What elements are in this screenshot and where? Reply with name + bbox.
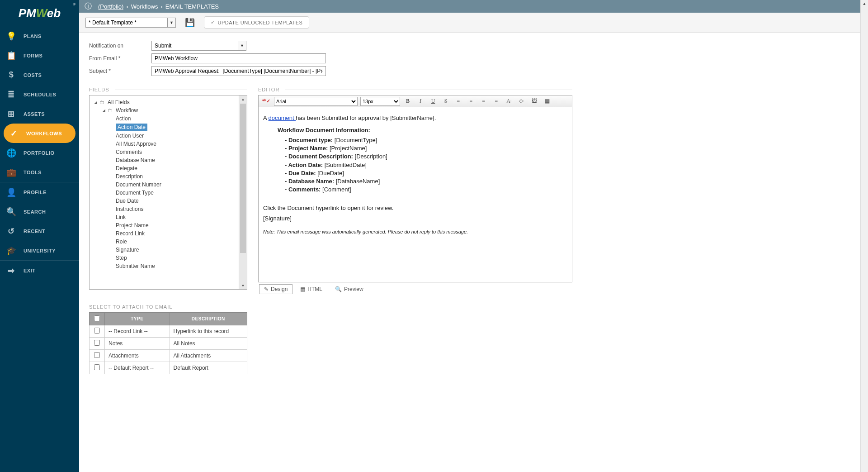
tree-item[interactable]: Delegate	[90, 164, 239, 172]
tree-item[interactable]: Instructions	[90, 205, 239, 213]
attach-type: Notes	[105, 338, 170, 350]
nav-icon: 🔍	[6, 207, 16, 217]
tree-item[interactable]: Record Link	[90, 229, 239, 238]
attach-select-all[interactable]	[94, 315, 100, 321]
scroll-up-icon[interactable]: ▲	[239, 95, 247, 103]
sidebar: PMWeb ® 💡PLANS📋FORMS$COSTS≣SCHEDULES⊞ASS…	[0, 0, 79, 472]
tree-item[interactable]: Role	[90, 238, 239, 246]
image-icon[interactable]: 🖼	[529, 97, 539, 106]
align-center-icon[interactable]: ≡	[466, 97, 476, 106]
sidebar-item-forms[interactable]: 📋FORMS	[0, 46, 79, 65]
align-left-icon[interactable]: ≡	[453, 97, 463, 106]
tree-item[interactable]: Description	[90, 172, 239, 181]
nav-icon: 🎓	[6, 246, 16, 256]
tree-scrollbar[interactable]: ▲ ▼	[239, 95, 247, 289]
page-scrollbar[interactable]: ▲	[860, 0, 868, 472]
pencil-icon: ✎	[264, 286, 269, 292]
font-size-select[interactable]: 13px	[360, 97, 400, 106]
tree-item[interactable]: Link	[90, 213, 239, 221]
tree-item[interactable]: Project Name	[90, 221, 239, 229]
tree-item[interactable]: Document Number	[90, 181, 239, 189]
tree-item[interactable]: All Must Approve	[90, 140, 239, 148]
font-select[interactable]: Arial	[274, 97, 358, 106]
notification-label: Notification on	[89, 43, 151, 49]
editor-heading: Workflow Document Information:	[278, 127, 567, 133]
nav-icon: ✓	[9, 129, 19, 138]
tree-item[interactable]: Action Date	[90, 123, 239, 132]
editor-body[interactable]: A document has been Submitted for approv…	[259, 107, 572, 282]
align-right-icon[interactable]: ≡	[479, 97, 489, 106]
editor-text: has been Submitted for approval by [Subm…	[296, 114, 436, 121]
tab-html[interactable]: ▦HTML	[295, 284, 327, 294]
sidebar-item-university[interactable]: 🎓UNIVERSITY	[0, 241, 79, 260]
tree-item[interactable]: Comments	[90, 148, 239, 156]
template-select-input[interactable]	[86, 18, 167, 27]
underline-icon[interactable]: U	[428, 97, 438, 106]
sidebar-item-plans[interactable]: 💡PLANS	[0, 26, 79, 46]
dropdown-icon[interactable]: ▼	[167, 18, 175, 27]
attach-row-check[interactable]	[94, 352, 100, 358]
template-select[interactable]: ▼	[85, 18, 176, 28]
strike-icon[interactable]: S	[441, 97, 451, 106]
align-justify-icon[interactable]: ≡	[491, 97, 501, 106]
attach-row-check[interactable]	[94, 364, 100, 370]
dropdown-icon[interactable]: ▼	[238, 41, 246, 50]
attach-type: Attachments	[105, 350, 170, 362]
editor-note: Note: This email message was automatical…	[263, 229, 567, 234]
table-icon[interactable]: ▦	[542, 97, 552, 106]
tree-item[interactable]: Action	[90, 114, 239, 123]
sidebar-item-profile[interactable]: 👤PROFILE	[0, 182, 79, 202]
from-email-input[interactable]	[151, 53, 326, 63]
sidebar-item-schedules[interactable]: ≣SCHEDULES	[0, 85, 79, 104]
subject-input[interactable]	[151, 66, 326, 76]
attach-row-check[interactable]	[94, 340, 100, 346]
editor-text: Click the Document hyperlink to open it …	[263, 205, 567, 211]
sidebar-item-portfolio[interactable]: 🌐PORTFOLIO	[0, 143, 79, 162]
scroll-up-icon[interactable]: ▲	[861, 0, 868, 7]
tree-item[interactable]: Submitter Name	[90, 262, 239, 270]
sidebar-item-recent[interactable]: ↺RECENT	[0, 221, 79, 241]
tree-item[interactable]: Document Type	[90, 189, 239, 197]
attach-desc: All Notes	[170, 338, 247, 350]
tree-item[interactable]: Action User	[90, 132, 239, 140]
tree-root[interactable]: ◢🗀All Fields	[90, 98, 239, 106]
nav-label: PORTFOLIO	[24, 150, 55, 156]
italic-icon[interactable]: I	[415, 97, 425, 106]
nav-icon: 💡	[6, 31, 16, 41]
bold-icon[interactable]: B	[403, 97, 413, 106]
notification-input[interactable]	[152, 41, 238, 50]
tree-item[interactable]: Database Name	[90, 156, 239, 164]
spellcheck-icon[interactable]: ᵃᵇ✓	[261, 97, 271, 106]
sidebar-item-assets[interactable]: ⊞ASSETS	[0, 104, 79, 124]
attach-row: -- Default Report --Default Report	[90, 362, 247, 374]
bg-color-icon[interactable]: ◇·	[517, 97, 527, 106]
nav-label: COSTS	[24, 72, 42, 78]
scroll-thumb[interactable]	[240, 104, 246, 253]
tree-item[interactable]: Signature	[90, 246, 239, 254]
sidebar-item-tools[interactable]: 💼TOOLS	[0, 162, 79, 182]
nav-label: RECENT	[24, 229, 45, 234]
save-icon[interactable]: 💾	[184, 17, 196, 29]
tab-preview[interactable]: 🔍Preview	[330, 284, 368, 294]
breadcrumb-root[interactable]: (Portfolio)	[98, 3, 123, 10]
info-icon[interactable]: ⓘ	[85, 2, 92, 11]
document-link[interactable]: document	[269, 114, 296, 121]
nav-label: ASSETS	[24, 111, 45, 117]
notification-select[interactable]: ▼	[151, 41, 246, 51]
sidebar-item-exit[interactable]: ➡EXIT	[0, 261, 79, 280]
tree-item[interactable]: Step	[90, 254, 239, 262]
sidebar-item-costs[interactable]: $COSTS	[0, 65, 79, 85]
update-unlocked-button[interactable]: ✓ UPDATE UNLOCKED TEMPLATES	[204, 16, 309, 29]
breadcrumb-mid[interactable]: Workflows	[131, 3, 158, 10]
sidebar-item-search[interactable]: 🔍SEARCH	[0, 202, 79, 221]
scroll-down-icon[interactable]: ▼	[239, 282, 247, 289]
tab-design[interactable]: ✎Design	[259, 284, 292, 294]
tree-group[interactable]: ◢🗀Workflow	[90, 106, 239, 114]
nav-icon: 🌐	[6, 148, 16, 158]
attach-row-check[interactable]	[94, 328, 100, 334]
sidebar-item-workflows[interactable]: ✓WORKFLOWS	[4, 124, 75, 143]
folder-icon: 🗀	[99, 99, 105, 105]
tree-item[interactable]: Due Date	[90, 197, 239, 205]
font-color-icon[interactable]: A·	[504, 97, 514, 106]
attach-col-desc: DESCRIPTION	[170, 313, 247, 325]
